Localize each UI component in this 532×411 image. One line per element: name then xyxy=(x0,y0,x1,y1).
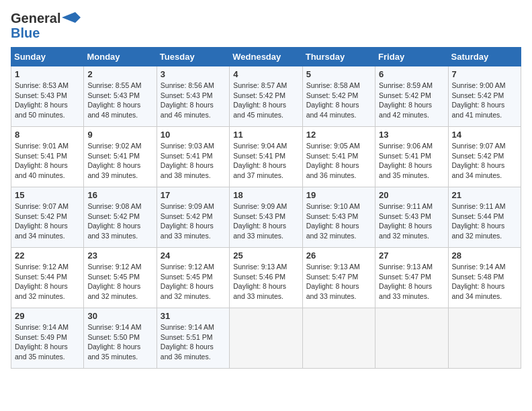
day-info: Sunrise: 8:56 AMSunset: 5:43 PMDaylight:… xyxy=(161,81,226,120)
week-row-2: 8Sunrise: 9:01 AMSunset: 5:41 PMDaylight… xyxy=(11,127,521,187)
day-number: 11 xyxy=(233,130,298,140)
day-info: Sunrise: 9:14 AMSunset: 5:49 PMDaylight:… xyxy=(15,322,80,362)
calendar-cell: 11Sunrise: 9:04 AMSunset: 5:41 PMDayligh… xyxy=(230,127,302,187)
calendar-cell: 20Sunrise: 9:11 AMSunset: 5:43 PMDayligh… xyxy=(375,187,448,248)
calendar-cell: 10Sunrise: 9:03 AMSunset: 5:41 PMDayligh… xyxy=(157,127,229,187)
calendar-cell: 12Sunrise: 9:05 AMSunset: 5:41 PMDayligh… xyxy=(302,127,375,187)
calendar-cell: 25Sunrise: 9:13 AMSunset: 5:46 PMDayligh… xyxy=(230,248,302,308)
day-info: Sunrise: 9:04 AMSunset: 5:41 PMDaylight:… xyxy=(233,141,298,181)
logo-blue-text: Blue xyxy=(11,26,40,40)
day-number: 24 xyxy=(161,250,226,261)
calendar-cell: 14Sunrise: 9:07 AMSunset: 5:42 PMDayligh… xyxy=(448,127,521,187)
weekday-header-saturday: Saturday xyxy=(448,48,521,66)
day-info: Sunrise: 9:11 AMSunset: 5:44 PMDaylight:… xyxy=(452,201,517,241)
calendar-cell: 24Sunrise: 9:12 AMSunset: 5:45 PMDayligh… xyxy=(157,248,229,308)
day-number: 1 xyxy=(15,69,80,79)
day-number: 6 xyxy=(379,69,444,79)
day-number: 18 xyxy=(233,190,298,200)
day-number: 14 xyxy=(452,130,517,140)
day-info: Sunrise: 9:05 AMSunset: 5:41 PMDaylight:… xyxy=(306,141,371,181)
day-info: Sunrise: 9:00 AMSunset: 5:42 PMDaylight:… xyxy=(452,81,517,120)
day-number: 31 xyxy=(161,311,226,321)
day-info: Sunrise: 9:13 AMSunset: 5:46 PMDaylight:… xyxy=(233,262,298,302)
calendar-cell: 30Sunrise: 9:14 AMSunset: 5:50 PMDayligh… xyxy=(84,308,157,369)
day-info: Sunrise: 8:53 AMSunset: 5:43 PMDaylight:… xyxy=(15,81,80,120)
calendar-cell: 13Sunrise: 9:06 AMSunset: 5:41 PMDayligh… xyxy=(375,127,448,187)
calendar-cell: 7Sunrise: 9:00 AMSunset: 5:42 PMDaylight… xyxy=(448,66,521,127)
calendar-cell: 17Sunrise: 9:09 AMSunset: 5:42 PMDayligh… xyxy=(157,187,229,248)
day-info: Sunrise: 9:02 AMSunset: 5:41 PMDaylight:… xyxy=(87,141,152,181)
day-info: Sunrise: 8:59 AMSunset: 5:42 PMDaylight:… xyxy=(379,81,444,120)
day-number: 21 xyxy=(452,190,517,200)
day-info: Sunrise: 9:12 AMSunset: 5:45 PMDaylight:… xyxy=(161,262,226,302)
day-info: Sunrise: 8:57 AMSunset: 5:42 PMDaylight:… xyxy=(233,81,298,120)
day-info: Sunrise: 8:58 AMSunset: 5:42 PMDaylight:… xyxy=(306,81,371,120)
calendar-cell: 18Sunrise: 9:09 AMSunset: 5:43 PMDayligh… xyxy=(230,187,302,248)
calendar-cell: 19Sunrise: 9:10 AMSunset: 5:43 PMDayligh… xyxy=(302,187,375,248)
day-number: 28 xyxy=(452,250,517,261)
calendar-cell: 26Sunrise: 9:13 AMSunset: 5:47 PMDayligh… xyxy=(302,248,375,308)
calendar-cell: 5Sunrise: 8:58 AMSunset: 5:42 PMDaylight… xyxy=(302,66,375,127)
day-info: Sunrise: 9:06 AMSunset: 5:41 PMDaylight:… xyxy=(379,141,444,181)
calendar-cell: 27Sunrise: 9:13 AMSunset: 5:47 PMDayligh… xyxy=(375,248,448,308)
calendar-cell: 4Sunrise: 8:57 AMSunset: 5:42 PMDaylight… xyxy=(230,66,302,127)
day-number: 5 xyxy=(306,69,371,79)
calendar-cell xyxy=(302,308,375,369)
day-number: 26 xyxy=(306,250,371,261)
day-info: Sunrise: 9:13 AMSunset: 5:47 PMDaylight:… xyxy=(379,262,444,302)
logo-arrow-icon xyxy=(62,12,81,23)
day-info: Sunrise: 9:07 AMSunset: 5:42 PMDaylight:… xyxy=(15,201,80,241)
logo-text: General xyxy=(11,11,60,26)
day-info: Sunrise: 9:13 AMSunset: 5:47 PMDaylight:… xyxy=(306,262,371,302)
calendar-table: SundayMondayTuesdayWednesdayThursdayFrid… xyxy=(11,47,521,369)
logo: General Blue xyxy=(11,11,81,40)
weekday-header-sunday: Sunday xyxy=(11,48,84,66)
calendar-cell xyxy=(448,308,521,369)
calendar-cell xyxy=(375,308,448,369)
day-info: Sunrise: 9:09 AMSunset: 5:43 PMDaylight:… xyxy=(233,201,298,241)
day-number: 15 xyxy=(15,190,80,200)
day-number: 19 xyxy=(306,190,371,200)
day-number: 22 xyxy=(15,250,80,261)
calendar-cell: 22Sunrise: 9:12 AMSunset: 5:44 PMDayligh… xyxy=(11,248,84,308)
day-number: 16 xyxy=(87,190,152,200)
day-number: 3 xyxy=(161,69,226,79)
day-info: Sunrise: 9:08 AMSunset: 5:42 PMDaylight:… xyxy=(87,201,152,241)
week-row-5: 29Sunrise: 9:14 AMSunset: 5:49 PMDayligh… xyxy=(11,308,521,369)
day-info: Sunrise: 9:14 AMSunset: 5:48 PMDaylight:… xyxy=(452,262,517,302)
day-number: 2 xyxy=(87,69,152,79)
svg-marker-0 xyxy=(62,12,81,23)
calendar-cell: 1Sunrise: 8:53 AMSunset: 5:43 PMDaylight… xyxy=(11,66,84,127)
calendar-cell: 8Sunrise: 9:01 AMSunset: 5:41 PMDaylight… xyxy=(11,127,84,187)
day-info: Sunrise: 9:07 AMSunset: 5:42 PMDaylight:… xyxy=(452,141,517,181)
weekday-header-row: SundayMondayTuesdayWednesdayThursdayFrid… xyxy=(11,48,521,66)
calendar-cell: 23Sunrise: 9:12 AMSunset: 5:45 PMDayligh… xyxy=(84,248,157,308)
calendar-cell: 9Sunrise: 9:02 AMSunset: 5:41 PMDaylight… xyxy=(84,127,157,187)
calendar-cell: 21Sunrise: 9:11 AMSunset: 5:44 PMDayligh… xyxy=(448,187,521,248)
day-number: 25 xyxy=(233,250,298,261)
day-number: 23 xyxy=(87,250,152,261)
week-row-4: 22Sunrise: 9:12 AMSunset: 5:44 PMDayligh… xyxy=(11,248,521,308)
week-row-3: 15Sunrise: 9:07 AMSunset: 5:42 PMDayligh… xyxy=(11,187,521,248)
page-header: General Blue xyxy=(11,11,521,40)
weekday-header-friday: Friday xyxy=(375,48,448,66)
weekday-header-tuesday: Tuesday xyxy=(157,48,229,66)
day-number: 12 xyxy=(306,130,371,140)
day-number: 30 xyxy=(87,311,152,321)
day-number: 9 xyxy=(87,130,152,140)
day-number: 8 xyxy=(15,130,80,140)
day-info: Sunrise: 9:14 AMSunset: 5:51 PMDaylight:… xyxy=(161,322,226,362)
weekday-header-monday: Monday xyxy=(84,48,157,66)
calendar-cell: 31Sunrise: 9:14 AMSunset: 5:51 PMDayligh… xyxy=(157,308,229,369)
day-info: Sunrise: 9:12 AMSunset: 5:44 PMDaylight:… xyxy=(15,262,80,302)
day-info: Sunrise: 9:03 AMSunset: 5:41 PMDaylight:… xyxy=(161,141,226,181)
calendar-cell: 28Sunrise: 9:14 AMSunset: 5:48 PMDayligh… xyxy=(448,248,521,308)
day-number: 13 xyxy=(379,130,444,140)
calendar-cell: 2Sunrise: 8:55 AMSunset: 5:43 PMDaylight… xyxy=(84,66,157,127)
calendar-cell xyxy=(230,308,302,369)
calendar-cell: 3Sunrise: 8:56 AMSunset: 5:43 PMDaylight… xyxy=(157,66,229,127)
day-number: 20 xyxy=(379,190,444,200)
day-info: Sunrise: 9:11 AMSunset: 5:43 PMDaylight:… xyxy=(379,201,444,241)
calendar-cell: 6Sunrise: 8:59 AMSunset: 5:42 PMDaylight… xyxy=(375,66,448,127)
calendar-cell: 15Sunrise: 9:07 AMSunset: 5:42 PMDayligh… xyxy=(11,187,84,248)
